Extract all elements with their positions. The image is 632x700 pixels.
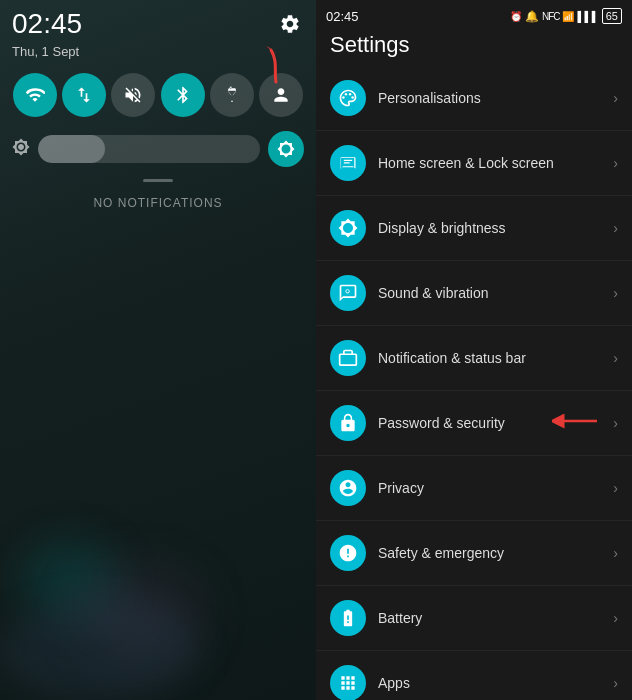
settings-item-sound[interactable]: Sound & vibration › — [316, 261, 632, 326]
battery-icon: 65 — [602, 8, 622, 24]
personalisations-chevron: › — [613, 90, 618, 106]
safety-chevron: › — [613, 545, 618, 561]
brightness-row[interactable] — [0, 123, 316, 175]
privacy-chevron: › — [613, 480, 618, 496]
settings-header: Settings — [316, 28, 632, 66]
bluetooth-toggle[interactable] — [161, 73, 205, 117]
settings-item-display[interactable]: Display & brightness › — [316, 196, 632, 261]
wifi-toggle[interactable] — [13, 73, 57, 117]
apps-label: Apps — [378, 675, 613, 691]
right-status-icons: ⏰ 🔔 NFC 📶 ▌▌▌ 65 — [510, 8, 622, 24]
data-toggle[interactable] — [62, 73, 106, 117]
brightness-low-icon — [12, 138, 30, 160]
battery-label: Battery — [378, 610, 613, 626]
signal-icon: ▌▌▌ — [577, 11, 598, 22]
apps-icon — [330, 665, 366, 700]
homescreen-chevron: › — [613, 155, 618, 171]
notification-label: Notification & status bar — [378, 350, 613, 366]
settings-item-safety[interactable]: Safety & emergency › — [316, 521, 632, 586]
red-arrow-up — [246, 42, 286, 96]
alarm-icon: ⏰ — [510, 11, 522, 22]
svg-point-1 — [342, 96, 345, 99]
red-arrow-password — [552, 411, 602, 435]
nfc-icon: NFC — [542, 11, 560, 22]
battery-settings-icon — [330, 600, 366, 636]
left-panel: 02:45 Thu, 1 Sept — [0, 0, 316, 700]
no-notifications-label: NO NOTIFICATIONS — [0, 186, 316, 220]
display-chevron: › — [613, 220, 618, 236]
password-chevron: › — [613, 415, 618, 431]
settings-item-notification[interactable]: Notification & status bar › — [316, 326, 632, 391]
right-panel: 02:45 ⏰ 🔔 NFC 📶 ▌▌▌ 65 Settings — [316, 0, 632, 700]
right-time: 02:45 — [326, 9, 359, 24]
sound-icon — [330, 275, 366, 311]
privacy-icon — [330, 470, 366, 506]
homescreen-icon — [330, 145, 366, 181]
display-label: Display & brightness — [378, 220, 613, 236]
settings-title: Settings — [330, 32, 410, 57]
settings-item-apps[interactable]: Apps › — [316, 651, 632, 700]
left-status-bar: 02:45 — [0, 0, 316, 44]
svg-point-4 — [351, 96, 354, 99]
volume-icon: 🔔 — [525, 10, 539, 23]
password-icon — [330, 405, 366, 441]
brightness-high-icon[interactable] — [268, 131, 304, 167]
right-status-bar: 02:45 ⏰ 🔔 NFC 📶 ▌▌▌ 65 — [316, 0, 632, 28]
personalisations-icon — [330, 80, 366, 116]
settings-list: Personalisations › Home screen & Lock sc… — [316, 66, 632, 700]
privacy-label: Privacy — [378, 480, 613, 496]
settings-item-password[interactable]: Password & security › — [316, 391, 632, 456]
divider — [143, 179, 173, 182]
safety-icon — [330, 535, 366, 571]
battery-chevron: › — [613, 610, 618, 626]
sound-toggle[interactable] — [111, 73, 155, 117]
safety-label: Safety & emergency — [378, 545, 613, 561]
settings-item-privacy[interactable]: Privacy › — [316, 456, 632, 521]
brightness-slider[interactable] — [38, 135, 260, 163]
notification-icon — [330, 340, 366, 376]
settings-item-battery[interactable]: Battery › — [316, 586, 632, 651]
display-icon — [330, 210, 366, 246]
settings-gear-icon[interactable] — [276, 10, 304, 38]
settings-item-personalisations[interactable]: Personalisations › — [316, 66, 632, 131]
sound-label: Sound & vibration — [378, 285, 613, 301]
svg-point-3 — [349, 93, 352, 96]
left-time: 02:45 — [12, 8, 82, 40]
personalisations-label: Personalisations — [378, 90, 613, 106]
settings-item-homescreen[interactable]: Home screen & Lock screen › — [316, 131, 632, 196]
wifi-icon: 📶 — [562, 11, 574, 22]
svg-point-2 — [345, 93, 348, 96]
sound-chevron: › — [613, 285, 618, 301]
homescreen-label: Home screen & Lock screen — [378, 155, 613, 171]
apps-chevron: › — [613, 675, 618, 691]
notification-chevron: › — [613, 350, 618, 366]
